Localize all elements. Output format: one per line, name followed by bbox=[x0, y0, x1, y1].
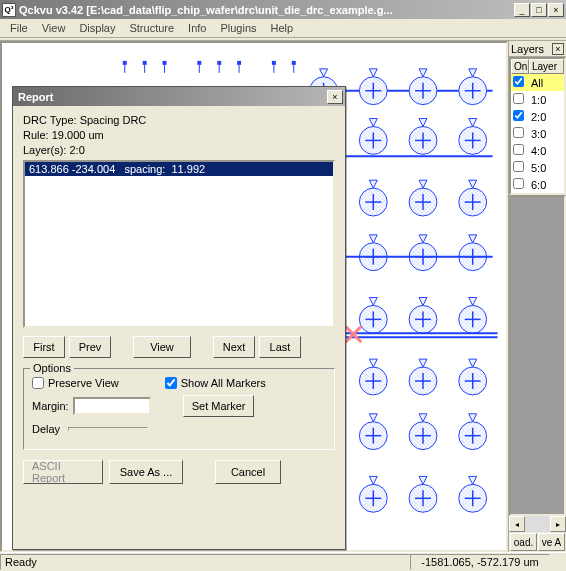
delay-label: Delay bbox=[32, 423, 60, 435]
report-close-button[interactable]: × bbox=[327, 90, 343, 104]
options-row-2: Margin: Set Marker bbox=[32, 395, 326, 417]
layer-row[interactable]: 2:0 bbox=[511, 108, 564, 125]
menu-bar: File View Display Structure Info Plugins… bbox=[0, 19, 566, 38]
report-title: Report bbox=[15, 91, 327, 103]
drc-type-label: DRC Type: Spacing DRC bbox=[23, 114, 335, 126]
options-row-3: Delay bbox=[32, 423, 326, 435]
delay-slider[interactable] bbox=[68, 427, 148, 431]
set-marker-button[interactable]: Set Marker bbox=[183, 395, 255, 417]
status-text: Ready bbox=[0, 554, 410, 570]
preserve-view-label: Preserve View bbox=[48, 377, 119, 389]
layer-visibility-checkbox[interactable] bbox=[513, 144, 524, 155]
menu-structure[interactable]: Structure bbox=[122, 20, 181, 36]
ascii-report-button[interactable]: ASCII Report bbox=[23, 460, 103, 484]
layers-header-on: On bbox=[511, 59, 529, 74]
report-title-bar[interactable]: Report × bbox=[13, 87, 345, 106]
close-button[interactable]: × bbox=[548, 3, 564, 17]
layer-row[interactable]: 1:0 bbox=[511, 91, 564, 108]
layers-panel: Layers × On Layer All1:02:03:04:05:06:0 … bbox=[508, 41, 566, 552]
minimize-button[interactable]: _ bbox=[514, 3, 530, 17]
layer-visibility-checkbox[interactable] bbox=[513, 76, 524, 87]
options-legend: Options bbox=[30, 362, 74, 374]
window-title: Qckvu v3.42 [E:\cad_data\flip_chip_wafer… bbox=[19, 4, 513, 16]
layer-visibility-checkbox[interactable] bbox=[513, 93, 524, 104]
show-all-markers-checkbox[interactable] bbox=[165, 377, 177, 389]
layer-label: All bbox=[529, 77, 564, 89]
status-bar: Ready -1581.065, -572.179 um bbox=[0, 552, 566, 571]
rule-label: Rule: 19.000 um bbox=[23, 129, 335, 141]
layer-label: 2:0 bbox=[529, 111, 564, 123]
options-groupbox: Options Preserve View Show All Markers M… bbox=[23, 368, 335, 450]
layers-panel-title-text: Layers bbox=[511, 43, 544, 55]
app-icon: Q³ bbox=[2, 3, 16, 17]
bottom-buttons: ASCII Report Save As ... Cancel bbox=[23, 460, 335, 484]
title-bar: Q³ Qckvu v3.42 [E:\cad_data\flip_chip_wa… bbox=[0, 0, 566, 19]
margin-label: Margin: bbox=[32, 400, 69, 412]
layer-label: 3:0 bbox=[529, 128, 564, 140]
layers-save-button[interactable]: ve A bbox=[538, 533, 565, 551]
scroll-track[interactable] bbox=[525, 516, 550, 532]
menu-plugins[interactable]: Plugins bbox=[213, 20, 263, 36]
view-button[interactable]: View bbox=[133, 336, 191, 358]
maximize-button[interactable]: □ bbox=[531, 3, 547, 17]
layer-label: 4:0 bbox=[529, 145, 564, 157]
violations-listbox[interactable]: 613.866 -234.004 spacing: 11.992 bbox=[23, 160, 335, 328]
layers-label: Layer(s): 2:0 bbox=[23, 144, 335, 156]
next-button[interactable]: Next bbox=[213, 336, 255, 358]
layers-bottom-buttons: oad. ve A bbox=[509, 532, 566, 552]
report-body: DRC Type: Spacing DRC Rule: 19.000 um La… bbox=[13, 106, 345, 492]
layers-header: On Layer bbox=[511, 59, 564, 74]
layers-empty-area bbox=[509, 195, 566, 516]
layer-row[interactable]: 4:0 bbox=[511, 142, 564, 159]
layer-label: 6:0 bbox=[529, 179, 564, 191]
layer-row[interactable]: 3:0 bbox=[511, 125, 564, 142]
last-button[interactable]: Last bbox=[259, 336, 301, 358]
layer-visibility-checkbox[interactable] bbox=[513, 110, 524, 121]
layer-label: 5:0 bbox=[529, 162, 564, 174]
layer-row[interactable]: 5:0 bbox=[511, 159, 564, 176]
menu-display[interactable]: Display bbox=[72, 20, 122, 36]
layers-load-button[interactable]: oad. bbox=[510, 533, 537, 551]
menu-file[interactable]: File bbox=[3, 20, 35, 36]
cancel-button[interactable]: Cancel bbox=[215, 460, 281, 484]
prev-button[interactable]: Prev bbox=[69, 336, 111, 358]
layers-header-layer: Layer bbox=[529, 59, 564, 74]
layers-hscrollbar[interactable]: ◂ ▸ bbox=[509, 516, 566, 532]
layer-visibility-checkbox[interactable] bbox=[513, 127, 524, 138]
layers-panel-close[interactable]: × bbox=[552, 43, 564, 55]
scroll-left-icon[interactable]: ◂ bbox=[509, 516, 525, 532]
status-coords: -1581.065, -572.179 um bbox=[410, 554, 550, 570]
list-item[interactable]: 613.866 -234.004 spacing: 11.992 bbox=[25, 162, 333, 176]
layer-visibility-checkbox[interactable] bbox=[513, 178, 524, 189]
main-window: Q³ Qckvu v3.42 [E:\cad_data\flip_chip_wa… bbox=[0, 0, 566, 571]
menu-info[interactable]: Info bbox=[181, 20, 213, 36]
layers-table: On Layer All1:02:03:04:05:06:0 bbox=[509, 57, 566, 195]
margin-input[interactable] bbox=[73, 397, 151, 415]
options-row-1: Preserve View Show All Markers bbox=[32, 377, 326, 389]
preserve-view-checkbox[interactable] bbox=[32, 377, 44, 389]
save-as-button[interactable]: Save As ... bbox=[109, 460, 183, 484]
menu-view[interactable]: View bbox=[35, 20, 73, 36]
layer-row[interactable]: 6:0 bbox=[511, 176, 564, 193]
report-dialog: Report × DRC Type: Spacing DRC Rule: 19.… bbox=[12, 86, 346, 550]
layer-visibility-checkbox[interactable] bbox=[513, 161, 524, 172]
nav-buttons: First Prev View Next Last bbox=[23, 336, 335, 358]
first-button[interactable]: First bbox=[23, 336, 65, 358]
show-all-markers-label: Show All Markers bbox=[181, 377, 266, 389]
layer-row[interactable]: All bbox=[511, 74, 564, 91]
scroll-right-icon[interactable]: ▸ bbox=[550, 516, 566, 532]
layer-label: 1:0 bbox=[529, 94, 564, 106]
layers-panel-title: Layers × bbox=[509, 41, 566, 57]
menu-help[interactable]: Help bbox=[264, 20, 301, 36]
